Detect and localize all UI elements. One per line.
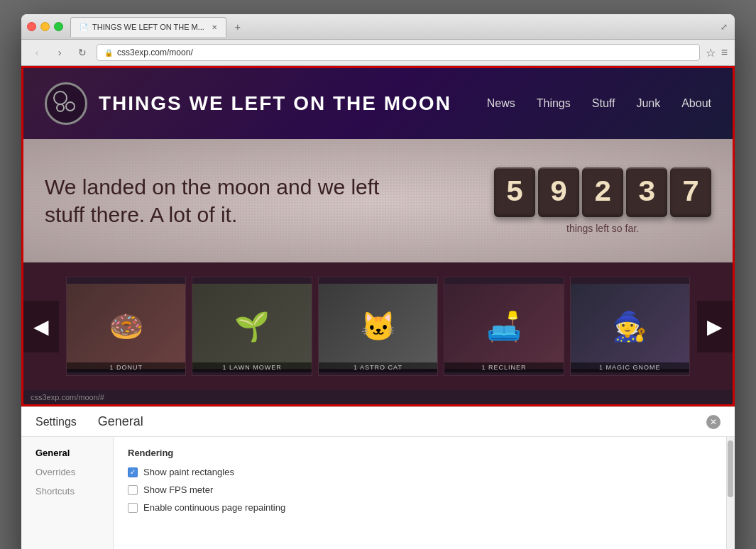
item-chair-label: 1 RECLINER	[444, 362, 563, 372]
logo-svg	[50, 88, 82, 119]
site-header: THINGS WE LEFT ON THE MOON News Things S…	[23, 68, 733, 139]
counter-digits: 5 9 2 3 7	[494, 167, 711, 217]
address-bar: ‹ › ↻ 🔒 css3exp.com/moon/ ☆ ≡	[21, 40, 735, 66]
close-icon: ✕	[710, 417, 717, 427]
logo-icon	[45, 82, 87, 125]
tab-bar: 📄 THINGS WE LEFT ON THE M... ✕ +	[70, 17, 729, 37]
counter-area: 5 9 2 3 7 things left so far.	[494, 167, 711, 234]
site-nav: News Things Stuff Junk About	[487, 97, 711, 110]
close-button[interactable]	[27, 22, 36, 31]
url-text: css3exp.com/moon/	[117, 48, 193, 57]
checkbox-fps-box[interactable]	[128, 485, 138, 495]
general-panel-title: General	[98, 414, 143, 429]
settings-title: Settings	[35, 416, 77, 428]
carousel-item-2[interactable]: 🐱 1 ASTRO CAT	[318, 277, 438, 376]
digit-1: 5	[494, 167, 535, 217]
active-tab[interactable]: 📄 THINGS WE LEFT ON THE M... ✕	[70, 17, 226, 37]
site-logo: THINGS WE LEFT ON THE MOON	[45, 82, 451, 125]
scrollbar-thumb[interactable]	[728, 440, 733, 497]
tab-close-icon[interactable]: ✕	[212, 23, 217, 31]
forward-button[interactable]: ›	[51, 44, 68, 61]
digit-3: 2	[582, 167, 623, 217]
status-bar: css3exp.com/moon/#	[23, 390, 733, 404]
devtools-content: Rendering ✓ Show paint rectangles Show F…	[114, 437, 726, 549]
hero-text: We landed on the moon and we left stuff …	[45, 173, 400, 228]
svg-point-2	[57, 104, 64, 111]
sidebar-item-general[interactable]: General	[35, 448, 99, 458]
item-cat-label: 1 ASTRO CAT	[319, 362, 437, 372]
checkbox-continuous: Enable continuous page repainting	[128, 502, 712, 513]
checkbox-paint-rects-label: Show paint rectangles	[143, 467, 234, 477]
expand-icon[interactable]: ⤢	[721, 22, 728, 32]
refresh-button[interactable]: ↻	[74, 44, 91, 61]
carousel-item-4[interactable]: 🧙 1 MAGIC GNOME	[570, 277, 690, 376]
maximize-button[interactable]	[54, 22, 63, 31]
carousel-item-0[interactable]: 🍩 1 DONUT	[66, 277, 186, 376]
checkbox-paint-rects: ✓ Show paint rectangles	[128, 467, 712, 477]
svg-point-0	[54, 92, 67, 104]
website-frame: THINGS WE LEFT ON THE MOON News Things S…	[21, 66, 735, 406]
item-donut-label: 1 DONUT	[67, 362, 185, 372]
address-bar-icons: ☆ ≡	[706, 46, 728, 60]
rendering-title: Rendering	[128, 448, 712, 458]
item-chair-image: 🛋️	[444, 284, 563, 369]
titlebar-icons: ⤢	[721, 22, 728, 32]
url-bar[interactable]: 🔒 css3exp.com/moon/	[97, 44, 700, 61]
counter-label: things left so far.	[494, 223, 711, 234]
carousel-item-3[interactable]: 🛋️ 1 RECLINER	[444, 277, 564, 376]
sidebar-item-shortcuts[interactable]: Shortcuts	[35, 486, 99, 497]
titlebar: 📄 THINGS WE LEFT ON THE M... ✕ + ⤢	[21, 14, 735, 40]
carousel-prev-button[interactable]: ◀	[23, 301, 59, 353]
nav-junk[interactable]: Junk	[636, 97, 660, 110]
devtools-close-button[interactable]: ✕	[706, 415, 721, 429]
hero-headline: We landed on the moon and we left stuff …	[45, 173, 400, 228]
item-mower-image: 🌱	[192, 284, 311, 369]
nav-stuff[interactable]: Stuff	[592, 97, 615, 110]
minimize-button[interactable]	[40, 22, 50, 31]
browser-window: 📄 THINGS WE LEFT ON THE M... ✕ + ⤢ ‹ › ↻…	[21, 14, 735, 549]
checkbox-paint-rects-box[interactable]: ✓	[128, 467, 138, 477]
site-title: THINGS WE LEFT ON THE MOON	[99, 92, 451, 115]
devtools-scrollbar[interactable]	[726, 437, 735, 549]
devtools-header: Settings General ✕	[21, 407, 735, 437]
traffic-lights	[27, 22, 63, 31]
star-icon[interactable]: ☆	[706, 46, 716, 60]
tab-title: THINGS WE LEFT ON THE M...	[92, 23, 204, 31]
carousel-item-1[interactable]: 🌱 1 LAWN MOWER	[192, 277, 312, 376]
item-donut-image: 🍩	[67, 284, 185, 369]
nav-news[interactable]: News	[487, 97, 515, 110]
nav-things[interactable]: Things	[537, 97, 571, 110]
item-gnome-label: 1 MAGIC GNOME	[571, 362, 689, 372]
hero-section: We landed on the moon and we left stuff …	[23, 139, 733, 262]
digit-2: 9	[538, 167, 579, 217]
lock-icon: 🔒	[104, 49, 113, 57]
status-url: css3exp.com/moon/#	[31, 393, 104, 401]
digit-5: 7	[670, 167, 711, 217]
devtools-panel: Settings General ✕ General Overrides Sho…	[21, 406, 735, 549]
nav-about[interactable]: About	[681, 97, 711, 110]
menu-icon[interactable]: ≡	[721, 46, 728, 60]
checkbox-fps: Show FPS meter	[128, 484, 712, 495]
carousel-next-button[interactable]: ▶	[697, 301, 733, 353]
new-tab-button[interactable]: +	[229, 18, 246, 35]
tab-favicon: 📄	[80, 23, 88, 31]
item-mower-label: 1 LAWN MOWER	[192, 362, 311, 372]
devtools-sidebar: General Overrides Shortcuts	[21, 437, 114, 549]
devtools-body: General Overrides Shortcuts Rendering ✓ …	[21, 437, 735, 549]
item-gnome-image: 🧙	[571, 284, 689, 369]
checkbox-continuous-label: Enable continuous page repainting	[143, 502, 285, 513]
checkbox-fps-label: Show FPS meter	[143, 484, 213, 495]
sidebar-item-overrides[interactable]: Overrides	[35, 467, 99, 477]
carousel-section: ◀ 🍩 1 DONUT 🌱 1 LAWN MOWER 🐱 1 ASTRO CAT…	[23, 262, 733, 390]
item-cat-image: 🐱	[319, 284, 437, 369]
digit-4: 3	[626, 167, 667, 217]
back-button[interactable]: ‹	[28, 44, 45, 61]
checkbox-continuous-box[interactable]	[128, 503, 138, 513]
svg-point-1	[66, 102, 75, 111]
carousel-items: 🍩 1 DONUT 🌱 1 LAWN MOWER 🐱 1 ASTRO CAT 🛋…	[59, 277, 697, 376]
